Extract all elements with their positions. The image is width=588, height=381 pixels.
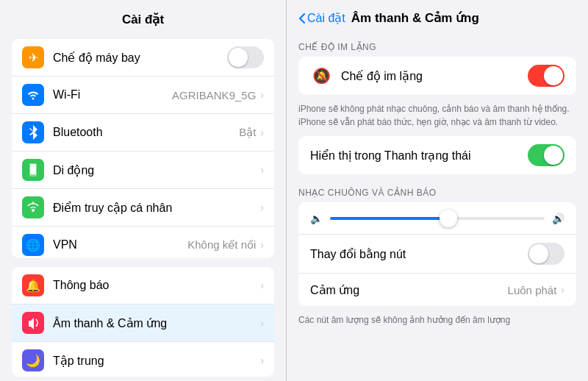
airplane-toggle[interactable] xyxy=(227,46,264,68)
mobile-chevron: › xyxy=(260,164,264,176)
sound-icon xyxy=(22,312,44,334)
settings-sidebar: Cài đặt ✈ Chế độ máy bay Wi-Fi AGRIBANK9… xyxy=(0,0,287,381)
status-bar-group: Hiển thị trong Thanh trạng thái xyxy=(298,136,576,174)
haptics-value: Luôn phát xyxy=(508,284,557,296)
wifi-chevron: › xyxy=(260,89,264,101)
haptics-chevron: › xyxy=(561,284,564,296)
hotspot-label: Điểm truy cập cá nhân xyxy=(53,201,259,215)
notifications-label: Thông báo xyxy=(53,279,259,292)
notifications-item[interactable]: 🔔 Thông báo › xyxy=(12,267,274,305)
silent-bell-icon: 🔕 xyxy=(310,65,332,87)
wifi-item[interactable]: Wi-Fi AGRIBANK9_5G › xyxy=(12,76,274,114)
change-with-buttons-label: Thay đổi bằng nút xyxy=(310,247,528,261)
back-button[interactable]: Cài đặt xyxy=(298,11,345,25)
volume-high-icon: 🔊 xyxy=(552,213,564,224)
wifi-value: AGRIBANK9_5G xyxy=(172,89,256,102)
silent-mode-label: Chế độ im lặng xyxy=(341,69,528,83)
notifications-chevron: › xyxy=(260,279,264,291)
silent-section-header: CHẾ ĐỘ IM LẶNG xyxy=(287,32,588,57)
sound-label: Âm thanh & Cảm ứng xyxy=(53,316,259,330)
right-panel-header: Cài đặt Âm thanh & Cảm ứng xyxy=(287,0,588,32)
wifi-label: Wi-Fi xyxy=(53,88,172,102)
volume-slider-container[interactable]: 🔈 🔊 xyxy=(298,204,576,233)
vpn-label: VPN xyxy=(53,238,187,252)
notifications-icon: 🔔 xyxy=(22,274,44,296)
silent-mode-group: 🔕 Chế độ im lặng xyxy=(298,57,576,95)
sound-item[interactable]: Âm thanh & Cảm ứng › xyxy=(12,305,274,342)
hotspot-icon xyxy=(22,196,44,218)
ringtone-section-header: NHẠC CHUÔNG VÀ CẢNH BÁO xyxy=(287,177,588,202)
general-group: 🔔 Thông báo › Âm thanh & Cảm ứng › 🌙 Tập… xyxy=(12,267,274,377)
haptics-note: Các nút âm lượng sẽ không ảnh hưởng đến … xyxy=(287,309,588,334)
airplane-label: Chế độ máy bay xyxy=(53,51,227,65)
silent-mode-item[interactable]: 🔕 Chế độ im lặng xyxy=(298,57,576,95)
focus-label: Tập trung xyxy=(53,354,259,368)
status-bar-item[interactable]: Hiển thị trong Thanh trạng thái xyxy=(298,136,576,174)
volume-slider-item: 🔈 🔊 xyxy=(298,202,576,235)
airplane-mode-item[interactable]: ✈ Chế độ máy bay xyxy=(12,39,274,76)
bluetooth-label: Bluetooth xyxy=(53,126,239,139)
volume-slider-track[interactable] xyxy=(330,217,545,220)
airplane-icon: ✈ xyxy=(22,46,44,68)
status-bar-label: Hiển thị trong Thanh trạng thái xyxy=(310,149,528,163)
vpn-chevron: › xyxy=(260,239,264,251)
sound-chevron: › xyxy=(260,317,264,329)
mobile-icon xyxy=(22,159,44,181)
haptics-item[interactable]: Cảm ứng Luôn phát › xyxy=(298,274,576,306)
change-with-buttons-item[interactable]: Thay đổi bằng nút xyxy=(298,235,576,274)
back-label: Cài đặt xyxy=(307,11,345,25)
vpn-value: Không kết nối xyxy=(187,238,256,252)
silent-mode-toggle[interactable] xyxy=(528,65,564,87)
hotspot-chevron: › xyxy=(260,202,264,213)
svg-rect-1 xyxy=(30,164,36,174)
connectivity-group: ✈ Chế độ máy bay Wi-Fi AGRIBANK9_5G › Bl… xyxy=(12,39,274,258)
focus-item[interactable]: 🌙 Tập trung › xyxy=(12,342,274,377)
right-panel-title: Âm thanh & Cảm ứng xyxy=(351,10,479,26)
volume-slider-fill xyxy=(330,217,448,220)
focus-icon: 🌙 xyxy=(22,349,44,371)
haptics-label: Cảm ứng xyxy=(310,283,508,297)
svg-point-2 xyxy=(32,209,35,212)
change-with-buttons-toggle[interactable] xyxy=(528,243,564,265)
volume-low-icon: 🔈 xyxy=(310,213,323,224)
bluetooth-item[interactable]: Bluetooth Bật › xyxy=(12,114,274,152)
ringtone-group: 🔈 🔊 Thay đổi bằng nút Cảm ứng Luôn phát … xyxy=(298,202,576,306)
mobile-label: Di động xyxy=(53,163,259,177)
bluetooth-chevron: › xyxy=(260,127,264,138)
status-bar-toggle[interactable] xyxy=(528,144,564,166)
silent-description: iPhone sẽ không phát nhạc chuông, cảnh b… xyxy=(287,98,588,136)
bluetooth-value: Bật xyxy=(239,126,256,139)
mobile-item[interactable]: Di động › xyxy=(12,152,274,189)
left-panel-title: Cài đặt xyxy=(0,0,286,35)
focus-chevron: › xyxy=(260,355,264,366)
volume-slider-thumb[interactable] xyxy=(440,210,457,227)
bluetooth-icon xyxy=(22,121,44,143)
vpn-icon: 🌐 xyxy=(22,234,44,256)
vpn-item[interactable]: 🌐 VPN Không kết nối › xyxy=(12,227,274,258)
hotspot-item[interactable]: Điểm truy cập cá nhân › xyxy=(12,189,274,227)
wifi-icon xyxy=(22,84,44,106)
sound-settings-panel: Cài đặt Âm thanh & Cảm ứng CHẾ ĐỘ IM LẶN… xyxy=(287,0,588,381)
